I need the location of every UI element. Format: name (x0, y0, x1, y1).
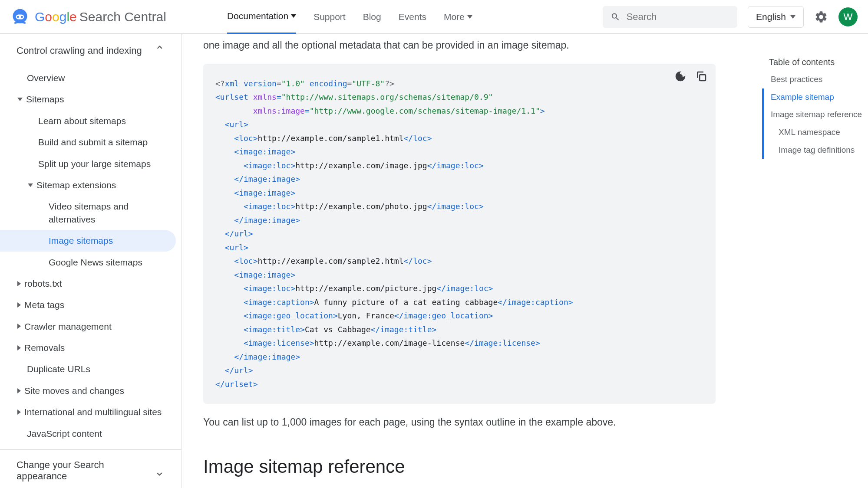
chevron-down-icon: ⌃ (155, 464, 165, 478)
sidebar-item-video-sitemaps[interactable]: Video sitemaps and alternatives (0, 196, 181, 230)
dark-mode-icon[interactable] (674, 70, 687, 83)
arrow-right-icon (17, 281, 21, 286)
toc-reference[interactable]: Image sitemap reference (762, 106, 863, 124)
sidebar-item-sitemap-extensions[interactable]: Sitemap extensions (0, 174, 181, 196)
arrow-down-icon (17, 98, 23, 101)
sidebar-section-head-appearance[interactable]: Change your Search appearance ⌃ (0, 450, 181, 488)
arrow-right-icon (17, 388, 21, 393)
sidebar-item-robots[interactable]: robots.txt (0, 273, 181, 294)
chevron-up-icon: ⌃ (155, 43, 165, 58)
svg-point-2 (17, 16, 19, 18)
toc-tag-definitions[interactable]: Image tag definitions (762, 141, 863, 159)
sidebar-item-overview[interactable]: Overview (0, 67, 181, 88)
sidebar-item-duplicate-urls[interactable]: Duplicate URLs (0, 358, 181, 380)
sidebar-item-intl-sites[interactable]: International and multilingual sites (0, 401, 181, 422)
search-box[interactable] (603, 6, 737, 28)
logo-text: GoogleSearch Central (35, 10, 166, 24)
sidebar-section-head-crawling[interactable]: Control crawling and indexing ⌃ (0, 34, 181, 67)
toc-example-sitemap[interactable]: Example sitemap (762, 88, 863, 106)
nav-blog[interactable]: Blog (363, 0, 381, 34)
nav-more[interactable]: More (444, 0, 472, 34)
copy-icon[interactable] (695, 70, 708, 83)
chevron-down-icon (467, 15, 472, 19)
sidebar-item-removals[interactable]: Removals (0, 337, 181, 358)
sidebar-item-learn-sitemaps[interactable]: Learn about sitemaps (0, 110, 181, 131)
code-tools (674, 70, 708, 83)
sidebar-item-image-sitemaps[interactable]: Image sitemaps (0, 230, 176, 251)
svg-rect-5 (700, 75, 706, 81)
heading-reference: Image sitemap reference (203, 456, 716, 477)
nav-support[interactable]: Support (314, 0, 346, 34)
arrow-right-icon (17, 302, 21, 308)
arrow-right-icon (17, 324, 21, 329)
table-of-contents: Table of contents Best practices Example… (759, 43, 863, 159)
sidebar-item-meta-tags[interactable]: Meta tags (0, 294, 181, 315)
left-sidebar: Control crawling and indexing ⌃ Overview… (0, 34, 182, 488)
sidebar-item-build-sitemap[interactable]: Build and submit a sitemap (0, 131, 181, 153)
partial-paragraph: one image and all the optional metadata … (203, 37, 716, 53)
sidebar-item-crawler-mgmt[interactable]: Crawler management (0, 316, 181, 337)
arrow-right-icon (17, 409, 21, 415)
search-central-logo-icon (10, 7, 30, 26)
search-input[interactable] (627, 11, 729, 23)
header-right: English W (603, 6, 858, 28)
arrow-down-icon (28, 183, 33, 187)
toc-title: Table of contents (769, 54, 863, 71)
sidebar-item-split-sitemaps[interactable]: Split up your large sitemaps (0, 153, 181, 174)
nav-documentation[interactable]: Documentation (227, 0, 296, 34)
user-avatar[interactable]: W (838, 7, 858, 26)
sidebar-item-js-content[interactable]: JavaScript content (0, 423, 181, 449)
logo-area[interactable]: GoogleSearch Central (10, 7, 166, 26)
sidebar-item-sitemaps[interactable]: Sitemaps (0, 88, 181, 110)
svg-point-4 (678, 74, 683, 79)
toc-best-practices[interactable]: Best practices (762, 71, 863, 88)
chevron-down-icon (790, 15, 795, 19)
arrow-right-icon (17, 345, 21, 350)
chevron-down-icon (291, 14, 296, 18)
nav-events[interactable]: Events (399, 0, 426, 34)
code-block: <?xml version="1.0" encoding="UTF-8"?> <… (203, 64, 716, 404)
article-content: one image and all the optional metadata … (182, 34, 737, 488)
language-selector[interactable]: English (748, 6, 804, 28)
sidebar-item-site-moves[interactable]: Site moves and changes (0, 380, 181, 401)
search-icon (611, 11, 620, 23)
after-code-paragraph: You can list up to 1,000 images for each… (203, 414, 716, 430)
svg-point-3 (21, 16, 23, 18)
sidebar-section-appearance: Change your Search appearance ⌃ (0, 450, 181, 488)
gear-icon[interactable] (814, 10, 828, 24)
main-area: one image and all the optional metadata … (182, 34, 868, 488)
sidebar-item-news-sitemaps[interactable]: Google News sitemaps (0, 252, 181, 273)
top-header: GoogleSearch Central Documentation Suppo… (0, 0, 868, 34)
toc-xml-namespace[interactable]: XML namespace (762, 124, 863, 141)
code-pre[interactable]: <?xml version="1.0" encoding="UTF-8"?> <… (203, 64, 716, 404)
primary-nav: Documentation Support Blog Events More (227, 0, 472, 34)
sidebar-section-crawling: Control crawling and indexing ⌃ Overview… (0, 34, 181, 450)
